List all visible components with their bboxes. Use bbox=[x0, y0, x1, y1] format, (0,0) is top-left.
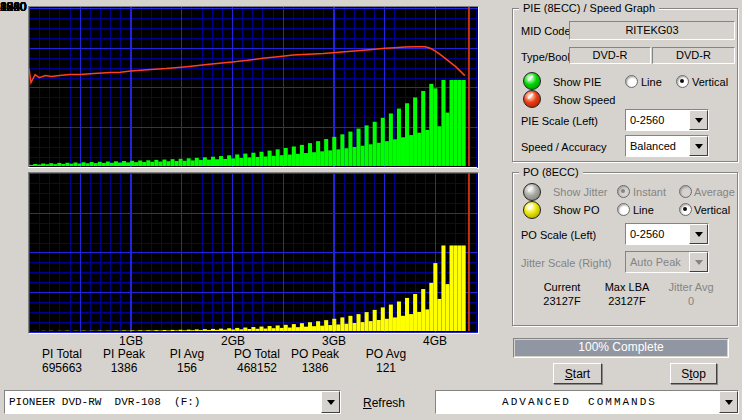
app-window: 2560 1920 1280 640 2560 1920 1280 640 8x… bbox=[0, 0, 742, 420]
show-jitter-label: Show Jitter bbox=[553, 186, 607, 198]
pie-scale-label: PIE Scale (Left) bbox=[521, 115, 598, 127]
refresh-button[interactable]: Refresh bbox=[363, 396, 405, 410]
po-scale-select[interactable]: 0-2560 bbox=[625, 223, 709, 245]
speed-accuracy-value: Balanced bbox=[626, 140, 689, 152]
po-graph bbox=[28, 172, 479, 334]
type-field: DVD-R bbox=[569, 47, 651, 64]
pie-speed-graph bbox=[28, 6, 479, 169]
jitter-instant-radio bbox=[617, 185, 630, 198]
speed-ytick-2x: 2x bbox=[0, 0, 13, 14]
po-line-label[interactable]: Line bbox=[633, 204, 654, 216]
po-line-radio[interactable] bbox=[617, 203, 630, 216]
xtick-1gb: 1GB bbox=[119, 334, 143, 348]
xtick-2gb: 2GB bbox=[221, 334, 245, 348]
stop-button[interactable]: Stop bbox=[670, 363, 717, 384]
pie-scale-dropdown-icon[interactable] bbox=[689, 110, 708, 130]
speed-accuracy-select[interactable]: Balanced bbox=[625, 135, 709, 157]
drive-select[interactable]: PIONEER DVD-RW DVR-108 (F:) bbox=[4, 390, 341, 414]
progress-text: 100% Complete bbox=[515, 340, 727, 356]
pie-scale-select[interactable]: 0-2560 bbox=[625, 109, 709, 131]
po-avg-value: 121 bbox=[336, 361, 436, 375]
xtick-4gb: 4GB bbox=[423, 334, 447, 348]
jitter-avg-value: 0 bbox=[661, 295, 721, 307]
show-pie-label: Show PIE bbox=[553, 76, 601, 88]
progress-bar: 100% Complete bbox=[513, 338, 729, 358]
pie-line-radio[interactable] bbox=[625, 75, 638, 88]
book-field: DVD-R bbox=[652, 47, 735, 64]
jitter-average-label: Average bbox=[694, 186, 735, 198]
po-group: PO (8ECC) Show Jitter Instant Average Sh… bbox=[512, 172, 738, 326]
pie-scale-value: 0-2560 bbox=[626, 114, 689, 126]
pie-group-title: PIE (8ECC) / Speed Graph bbox=[519, 2, 659, 14]
advanced-commands-dropdown-icon[interactable] bbox=[719, 391, 738, 413]
jitter-avg-label: Jitter Avg bbox=[661, 281, 721, 293]
po-avg-label: PO Avg bbox=[336, 347, 436, 361]
advanced-commands-select[interactable]: ADVANCED COMMANDS bbox=[435, 390, 739, 414]
drive-dropdown-icon[interactable] bbox=[321, 391, 340, 413]
po-scale-value: 0-2560 bbox=[626, 228, 689, 240]
max-lba-label: Max LBA bbox=[597, 281, 657, 293]
jitter-scale-dropdown-icon bbox=[689, 252, 708, 272]
pie-speed-group: PIE (8ECC) / Speed Graph MID Code RITEKG… bbox=[512, 8, 738, 162]
pie-line-label[interactable]: Line bbox=[641, 76, 662, 88]
jitter-scale-value: Auto Peak bbox=[626, 256, 689, 268]
jitter-scale-select: Auto Peak bbox=[625, 251, 709, 273]
xtick-3gb: 3GB bbox=[322, 334, 346, 348]
advanced-commands-value: ADVANCED COMMANDS bbox=[436, 396, 719, 408]
show-speed-led-icon[interactable] bbox=[523, 90, 541, 108]
speed-accuracy-dropdown-icon[interactable] bbox=[689, 136, 708, 156]
po-scale-label: PO Scale (Left) bbox=[521, 229, 596, 241]
show-pie-led-icon[interactable] bbox=[523, 72, 541, 90]
type-book-label: Type/Book bbox=[521, 51, 573, 63]
po-vertical-label[interactable]: Vertical bbox=[694, 204, 730, 216]
show-po-led-icon[interactable] bbox=[523, 201, 541, 219]
max-lba-value: 23127F bbox=[597, 295, 657, 307]
po-group-title: PO (8ECC) bbox=[519, 166, 583, 178]
po-scale-dropdown-icon[interactable] bbox=[689, 224, 708, 244]
show-speed-label: Show Speed bbox=[553, 94, 615, 106]
po-vertical-radio[interactable] bbox=[679, 203, 692, 216]
mid-code-field: RITEKG03 bbox=[569, 21, 735, 40]
show-po-label: Show PO bbox=[553, 204, 599, 216]
jitter-average-radio bbox=[679, 185, 692, 198]
jitter-scale-label: Jitter Scale (Right) bbox=[521, 257, 611, 269]
speed-accuracy-label: Speed / Accuracy bbox=[521, 141, 607, 153]
mid-code-label: MID Code bbox=[521, 25, 571, 37]
pie-vertical-radio[interactable] bbox=[676, 75, 689, 88]
current-label: Current bbox=[532, 281, 592, 293]
current-value: 23127F bbox=[532, 295, 592, 307]
show-jitter-led-icon bbox=[523, 183, 541, 201]
jitter-instant-label: Instant bbox=[633, 186, 666, 198]
pie-vertical-label[interactable]: Vertical bbox=[692, 76, 728, 88]
start-button[interactable]: Start bbox=[553, 363, 602, 384]
drive-select-value: PIONEER DVD-RW DVR-108 (F:) bbox=[5, 396, 321, 408]
